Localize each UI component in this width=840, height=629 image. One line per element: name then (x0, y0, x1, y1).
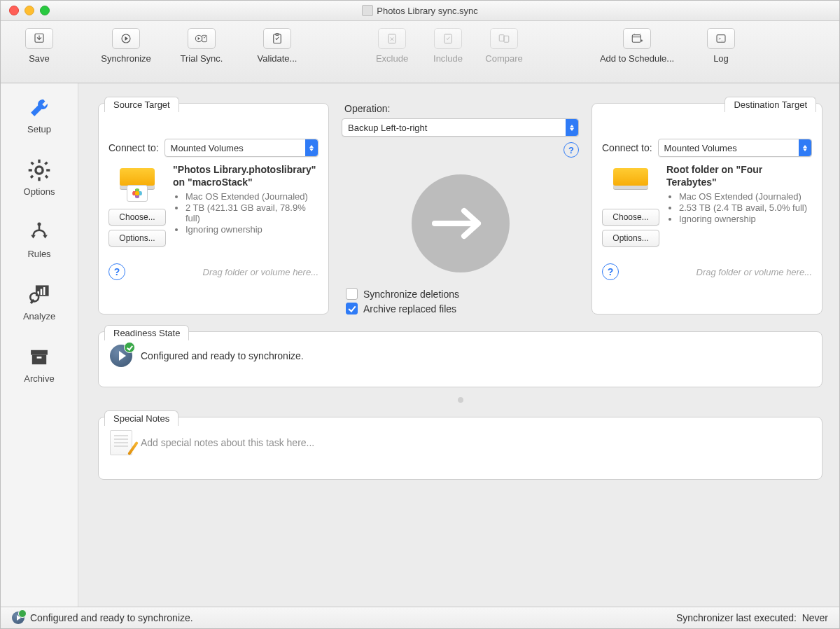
chevron-updown-icon (799, 139, 811, 156)
svg-rect-25 (43, 287, 46, 295)
archive-box-icon (27, 345, 51, 369)
synchronize-button[interactable]: Synchronize (92, 28, 160, 64)
body: Setup Options Rules Analyze Archive (1, 83, 839, 607)
destination-tab-label: Destination Target (724, 97, 816, 112)
document-icon (362, 5, 373, 16)
notes-icon (110, 430, 132, 455)
chevron-updown-icon (305, 139, 318, 156)
chevron-updown-icon (566, 119, 578, 136)
destination-help-button[interactable]: ? (602, 263, 619, 280)
direction-arrow-icon (412, 174, 510, 272)
ready-play-icon (110, 345, 132, 367)
svg-rect-29 (37, 357, 42, 359)
sidebar: Setup Options Rules Analyze Archive (1, 83, 78, 607)
sync-deletions-checkbox[interactable]: Synchronize deletions (346, 288, 579, 300)
svg-rect-14 (38, 177, 40, 181)
special-notes-section: Special Notes Add special notes about th… (98, 417, 822, 480)
checkbox-checked-icon (346, 303, 358, 314)
svg-rect-13 (38, 160, 40, 163)
source-tab-label: Source Target (104, 97, 179, 112)
svg-rect-28 (32, 355, 46, 365)
trial-sync-button[interactable]: Trial Sync. (167, 28, 236, 64)
svg-rect-18 (45, 175, 48, 179)
status-ready-icon (12, 611, 24, 624)
svg-rect-19 (44, 161, 48, 165)
status-last-executed: Synchronizer last executed: Never (676, 612, 828, 623)
operation-select[interactable]: Backup Left-to-right (342, 118, 579, 137)
titlebar: Photos Library sync.sync (1, 1, 839, 21)
source-connect-select[interactable]: Mounted Volumes (164, 139, 318, 157)
branch-icon (27, 221, 51, 244)
wrench-icon (27, 96, 51, 120)
sidebar-item-rules[interactable]: Rules (1, 221, 78, 259)
sidebar-item-options[interactable]: Options (1, 158, 78, 197)
window-title-text: Photos Library sync.sync (377, 6, 478, 16)
save-button[interactable]: Save (15, 28, 64, 64)
readiness-section: Readiness State Configured and ready to … (98, 331, 822, 387)
source-target-panel: Source Target Connect to: Mounted Volume… (98, 103, 329, 314)
svg-rect-10 (632, 35, 640, 43)
status-bar: Configured and ready to synchronize. Syn… (1, 607, 839, 628)
operation-label: Operation: (344, 103, 579, 114)
sidebar-item-archive[interactable]: Archive (1, 345, 78, 384)
svg-rect-27 (31, 350, 48, 355)
svg-rect-16 (46, 169, 50, 171)
svg-rect-17 (30, 161, 34, 165)
source-options-button[interactable]: Options... (108, 230, 166, 247)
source-details: Mac OS Extended (Journaled) 2 TB (421.31… (173, 191, 318, 235)
readiness-text: Configured and ready to synchronize. (141, 350, 304, 361)
source-help-button[interactable]: ? (108, 263, 125, 280)
window-title: Photos Library sync.sync (1, 5, 839, 16)
svg-rect-9 (504, 36, 509, 42)
svg-rect-3 (202, 35, 207, 41)
notes-tab-label: Special Notes (104, 410, 178, 426)
drive-icon (610, 164, 651, 200)
compare-button: Compare (479, 28, 528, 64)
source-path: "Photos Library.photoslibrary" on "macro… (173, 164, 318, 188)
svg-rect-15 (29, 169, 32, 171)
add-to-schedule-button[interactable]: Add to Schedule... (584, 28, 690, 64)
magnifier-chart-icon (27, 283, 51, 307)
svg-text:>_: >_ (718, 36, 724, 41)
exclude-button: Exclude (368, 28, 416, 64)
destination-path: Root folder on "Four Terabytes" (666, 164, 812, 188)
svg-rect-8 (499, 35, 504, 41)
destination-details: Mac OS Extended (Journaled) 2.53 TB (2.4… (666, 191, 812, 224)
source-choose-button[interactable]: Choose... (108, 209, 166, 226)
archive-replaced-checkbox[interactable]: Archive replaced files (346, 303, 579, 314)
app-window: Photos Library sync.sync Save Synchroniz… (0, 0, 840, 629)
source-drag-hint: Drag folder or volume here... (203, 267, 318, 277)
content-area: Source Target Connect to: Mounted Volume… (78, 83, 839, 607)
log-button[interactable]: >_ Log (696, 28, 746, 64)
source-connect-label: Connect to: (108, 142, 159, 153)
sidebar-item-analyze[interactable]: Analyze (1, 283, 78, 322)
targets-row: Source Target Connect to: Mounted Volume… (98, 103, 822, 314)
notes-placeholder[interactable]: Add special notes about this task here..… (141, 437, 314, 448)
destination-connect-label: Connect to: (602, 142, 652, 153)
include-button: Include (424, 28, 472, 64)
destination-connect-select[interactable]: Mounted Volumes (658, 139, 812, 157)
svg-rect-24 (41, 289, 43, 296)
operation-help-button[interactable]: ? (564, 142, 579, 158)
checkbox-unchecked-icon (346, 288, 358, 300)
destination-choose-button[interactable]: Choose... (602, 209, 659, 226)
status-text: Configured and ready to synchronize. (30, 612, 193, 623)
validate-button[interactable]: Validate... (243, 28, 312, 64)
readiness-tab-label: Readiness State (104, 325, 189, 340)
gear-icon (27, 158, 51, 182)
operation-column: Operation: Backup Left-to-right ? (336, 103, 584, 314)
svg-rect-20 (30, 175, 34, 179)
drive-icon (117, 164, 158, 200)
sidebar-item-setup[interactable]: Setup (1, 96, 78, 134)
resize-grip-icon[interactable] (458, 397, 463, 403)
destination-drag-hint: Drag folder or volume here... (696, 267, 812, 277)
svg-point-21 (37, 223, 41, 226)
destination-options-button[interactable]: Options... (602, 230, 659, 247)
toolbar: Save Synchronize Trial Sync. Validate...… (1, 21, 839, 83)
destination-target-panel: Destination Target Connect to: Mounted V… (592, 103, 822, 314)
